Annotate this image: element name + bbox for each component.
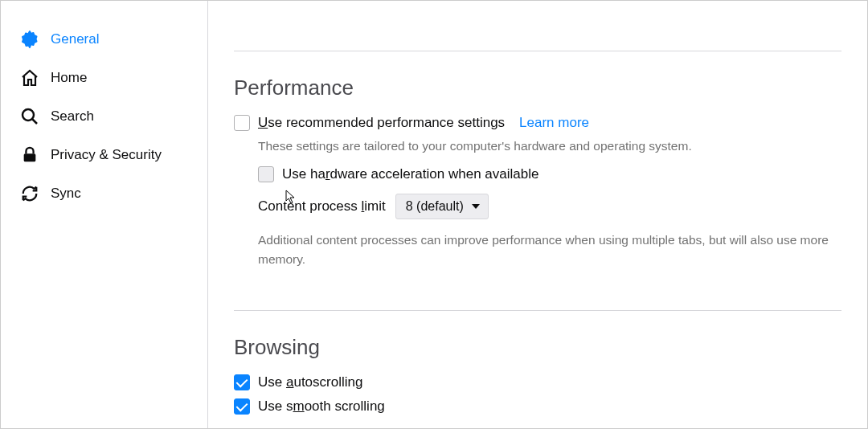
- svg-point-1: [23, 109, 34, 121]
- divider: [234, 310, 841, 311]
- sidebar-item-sync[interactable]: Sync: [20, 174, 198, 213]
- sidebar-item-search[interactable]: Search: [20, 97, 198, 136]
- search-icon: [20, 107, 39, 126]
- gear-icon: [20, 30, 39, 49]
- hw-accel-label[interactable]: Use hardware acceleration when available: [282, 166, 538, 182]
- section-title-performance: Performance: [234, 76, 841, 100]
- svg-line-2: [32, 119, 37, 124]
- divider: [234, 51, 841, 51]
- recommended-settings-row: Use recommended performance settings Lea…: [234, 115, 841, 131]
- home-icon: [20, 68, 39, 88]
- sidebar-item-label: Home: [51, 70, 87, 86]
- sidebar-item-general[interactable]: General: [20, 20, 198, 59]
- content-process-row: Content process limit 8 (default): [258, 194, 841, 219]
- sidebar-item-label: Search: [51, 108, 94, 125]
- lock-icon: [20, 145, 39, 165]
- recommended-settings-checkbox[interactable]: [234, 115, 250, 131]
- sidebar-item-label: General: [51, 31, 99, 47]
- main-content: Performance Use recommended performance …: [208, 1, 867, 428]
- autoscroll-label[interactable]: Use autoscrolling: [258, 374, 362, 390]
- select-value: 8 (default): [406, 199, 464, 214]
- chevron-down-icon: [472, 204, 480, 209]
- learn-more-link[interactable]: Learn more: [519, 115, 589, 131]
- recommended-settings-label[interactable]: Use recommended performance settings: [258, 115, 505, 131]
- autoscroll-row: Use autoscrolling: [234, 374, 841, 390]
- sidebar-item-label: Privacy & Security: [51, 147, 162, 163]
- sidebar: General Home Search: [1, 1, 208, 428]
- svg-rect-3: [24, 153, 36, 161]
- sidebar-item-label: Sync: [51, 186, 81, 202]
- tailored-hint: These settings are tailored to your comp…: [258, 137, 841, 155]
- smooth-row: Use smooth scrolling: [234, 398, 841, 415]
- hw-accel-row: Use hardware acceleration when available: [258, 166, 841, 182]
- autoscroll-checkbox[interactable]: [234, 374, 250, 390]
- sidebar-item-privacy[interactable]: Privacy & Security: [20, 136, 198, 174]
- content-process-hint: Additional content processes can improve…: [258, 231, 841, 271]
- sync-icon: [20, 184, 39, 203]
- section-title-browsing: Browsing: [234, 335, 841, 360]
- hw-accel-checkbox[interactable]: [258, 166, 274, 182]
- sidebar-item-home[interactable]: Home: [20, 59, 198, 97]
- smooth-label[interactable]: Use smooth scrolling: [258, 398, 385, 415]
- smooth-checkbox[interactable]: [234, 398, 250, 415]
- content-process-label: Content process limit: [258, 198, 386, 214]
- content-process-select[interactable]: 8 (default): [395, 194, 489, 219]
